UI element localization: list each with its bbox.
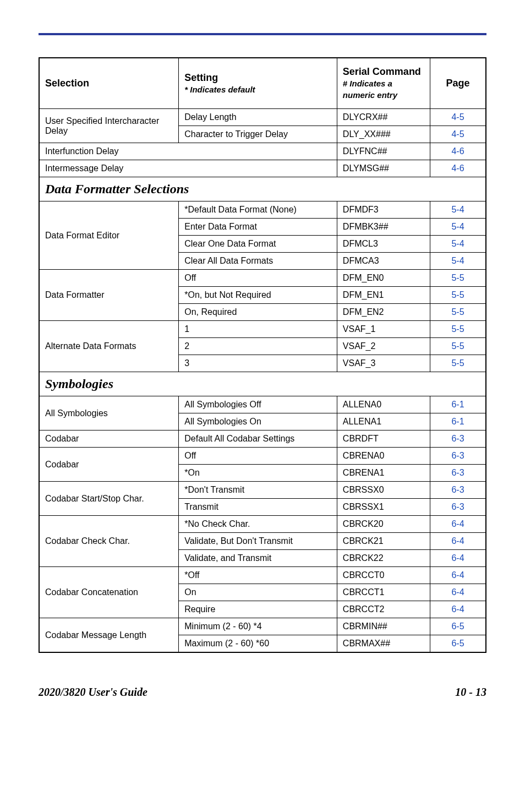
document-page: Selection Setting * Indicates default Se…	[0, 0, 525, 715]
setting-cell: Clear All Data Formats	[179, 253, 337, 270]
page-cell: 5-5	[430, 338, 486, 355]
page-link[interactable]: 4-6	[451, 146, 464, 156]
page-link[interactable]: 6-4	[451, 553, 464, 563]
page-link[interactable]: 6-1	[451, 400, 464, 409]
command-cell: VSAF_1	[337, 321, 430, 338]
command-cell: DFMDF3	[337, 201, 430, 219]
page-cell: 6-1	[430, 413, 486, 430]
setting-cell: All Symbologies Off	[179, 396, 337, 413]
page-cell: 6-5	[430, 635, 486, 653]
command-cell: CBRENA0	[337, 448, 430, 465]
page-cell: 6-4	[430, 584, 486, 601]
section-heading: Data Formatter Selections	[39, 177, 486, 201]
header-setting-label: Setting	[184, 72, 218, 83]
page-link[interactable]: 6-3	[451, 451, 464, 460]
setting-cell: Maximum (2 - 60) *60	[179, 635, 337, 653]
page-cell: 6-3	[430, 465, 486, 482]
setting-cell: Clear One Data Format	[179, 236, 337, 253]
setting-cell: *On	[179, 465, 337, 482]
page-link[interactable]: 5-5	[451, 307, 464, 317]
command-cell: DLYMSG##	[337, 160, 430, 177]
page-link[interactable]: 5-5	[451, 290, 464, 299]
command-cell: CBRSSX1	[337, 499, 430, 516]
page-link[interactable]: 6-3	[451, 485, 464, 494]
page-link[interactable]: 6-5	[451, 622, 464, 631]
selection-cell: Interfunction Delay	[39, 143, 337, 160]
page-link[interactable]: 6-3	[451, 502, 464, 511]
page-cell: 4-5	[430, 126, 486, 143]
setting-cell: Require	[179, 601, 337, 618]
selection-cell: All Symbologies	[39, 396, 179, 430]
page-link[interactable]: 6-4	[451, 604, 464, 614]
page-cell: 6-4	[430, 550, 486, 567]
setting-cell: Off	[179, 270, 337, 287]
setting-cell: 2	[179, 338, 337, 355]
page-link[interactable]: 5-5	[451, 273, 464, 282]
page-link[interactable]: 6-3	[451, 434, 464, 443]
page-link[interactable]: 4-5	[451, 112, 464, 122]
page-link[interactable]: 5-5	[451, 324, 464, 334]
page-link[interactable]: 6-5	[451, 639, 464, 648]
header-setting: Setting * Indicates default	[179, 58, 337, 109]
page-link[interactable]: 5-4	[451, 256, 464, 265]
table-row: Codabar Message LengthMinimum (2 - 60) *…	[39, 618, 486, 635]
header-serial-label: Serial Command	[343, 66, 421, 77]
command-cell: DFMBK3##	[337, 219, 430, 236]
table-row: Codabar Start/Stop Char.*Don't TransmitC…	[39, 482, 486, 499]
command-cell: CBRCK20	[337, 516, 430, 533]
table-row: Data FormatterOffDFM_EN05-5	[39, 270, 486, 287]
page-cell: 4-6	[430, 143, 486, 160]
table-row: User Specified Intercharacter DelayDelay…	[39, 109, 486, 126]
page-link[interactable]: 6-4	[451, 519, 464, 528]
page-link[interactable]: 5-5	[451, 358, 464, 368]
page-link[interactable]: 6-4	[451, 570, 464, 580]
footer-right: 10 - 13	[455, 686, 486, 699]
command-cell: ALLENA1	[337, 413, 430, 430]
header-serial: Serial Command # Indicates a numeric ent…	[337, 58, 430, 109]
page-cell: 6-3	[430, 499, 486, 516]
selection-cell: Data Formatter	[39, 270, 179, 321]
page-cell: 5-5	[430, 270, 486, 287]
command-cell: VSAF_3	[337, 355, 430, 372]
page-cell: 6-1	[430, 396, 486, 413]
header-page: Page	[430, 58, 486, 109]
header-selection: Selection	[39, 58, 179, 109]
page-link[interactable]: 6-4	[451, 587, 464, 597]
page-cell: 5-4	[430, 253, 486, 270]
page-link[interactable]: 6-3	[451, 468, 464, 477]
page-link[interactable]: 5-5	[451, 341, 464, 351]
page-link[interactable]: 4-5	[451, 129, 464, 139]
page-cell: 6-4	[430, 567, 486, 584]
setting-cell: Delay Length	[179, 109, 337, 126]
page-link[interactable]: 5-4	[451, 205, 464, 214]
setting-cell: Off	[179, 448, 337, 465]
page-link[interactable]: 6-1	[451, 417, 464, 426]
page-cell: 6-5	[430, 618, 486, 635]
setting-cell: Character to Trigger Delay	[179, 126, 337, 143]
command-cell: CBRCCT0	[337, 567, 430, 584]
page-link[interactable]: 5-4	[451, 239, 464, 248]
page-cell: 6-3	[430, 448, 486, 465]
page-cell: 6-4	[430, 516, 486, 533]
page-link[interactable]: 5-4	[451, 222, 464, 231]
page-cell: 6-4	[430, 533, 486, 550]
page-link[interactable]: 4-6	[451, 164, 464, 173]
page-cell: 4-6	[430, 160, 486, 177]
table-row: Codabar Concatenation*OffCBRCCT06-4	[39, 567, 486, 584]
header-page-label: Page	[446, 78, 469, 89]
command-cell: DFM_EN1	[337, 287, 430, 304]
command-cell: CBRCK22	[337, 550, 430, 567]
table-row: Interfunction DelayDLYFNC##4-6	[39, 143, 486, 160]
setting-cell: On	[179, 584, 337, 601]
header-serial-sub: # Indicates a numeric entry	[343, 79, 397, 100]
selection-cell: Codabar Message Length	[39, 618, 179, 653]
setting-cell: 1	[179, 321, 337, 338]
command-cell: CBRCCT1	[337, 584, 430, 601]
command-cell: CBRMIN##	[337, 618, 430, 635]
page-link[interactable]: 6-4	[451, 536, 464, 546]
selection-cell: User Specified Intercharacter Delay	[39, 109, 179, 143]
command-cell: CBRCCT2	[337, 601, 430, 618]
header-setting-sub: * Indicates default	[184, 85, 255, 94]
command-cell: CBRCK21	[337, 533, 430, 550]
selection-cell: Codabar	[39, 448, 179, 482]
